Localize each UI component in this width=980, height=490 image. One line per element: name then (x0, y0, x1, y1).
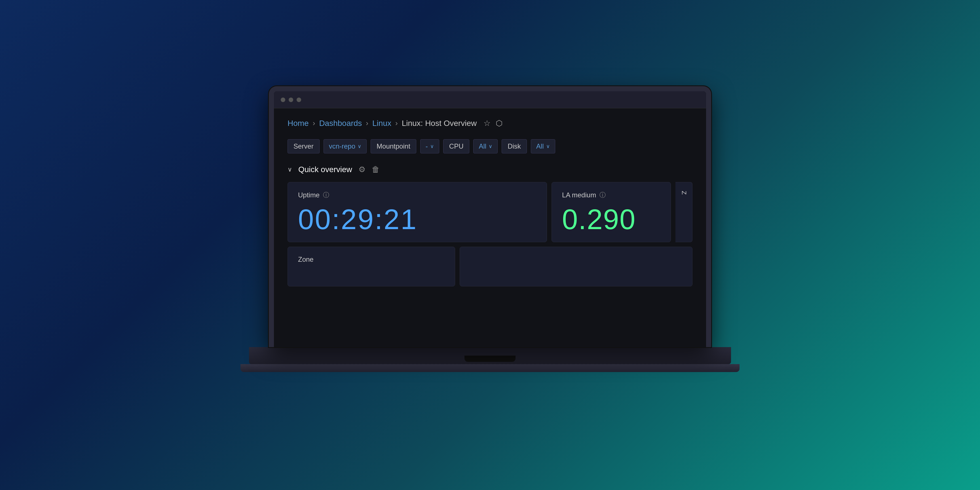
breadcrumb-icons: ☆ ⬡ (484, 119, 503, 128)
stats-grid: Uptime ⓘ 00:29:21 LA medium ⓘ 0.290 (288, 182, 692, 242)
cpu-label: CPU (443, 139, 469, 153)
breadcrumb-home[interactable]: Home (288, 119, 309, 128)
breadcrumb-sep-2: › (366, 119, 368, 127)
la-value: 0.290 (562, 205, 660, 233)
section-header: ∨ Quick overview ⚙ 🗑 (288, 165, 692, 174)
disk-dropdown-value: All (536, 142, 544, 150)
server-chevron-icon: ∨ (358, 143, 361, 150)
section-title: Quick overview (298, 165, 352, 174)
share-icon[interactable]: ⬡ (496, 119, 503, 128)
uptime-label: Uptime ⓘ (298, 191, 536, 199)
cpu-dropdown-value: All (479, 142, 486, 150)
cpu-chevron-icon: ∨ (488, 143, 492, 150)
second-row: Zone (288, 247, 692, 286)
laptop-base (249, 347, 731, 364)
mountpoint-label: Mountpoint (371, 139, 416, 153)
server-label: Server (288, 139, 320, 153)
cpu-dropdown[interactable]: All ∨ (473, 139, 498, 153)
settings-icon[interactable]: ⚙ (358, 165, 366, 174)
la-medium-card: LA medium ⓘ 0.290 (552, 182, 671, 242)
zone-card: Zone (288, 247, 455, 286)
empty-card-2 (460, 247, 692, 286)
server-dropdown[interactable]: vcn-repo ∨ (323, 139, 367, 153)
uptime-info-icon[interactable]: ⓘ (323, 191, 329, 199)
star-icon[interactable]: ☆ (484, 119, 490, 128)
uptime-value: 00:29:21 (298, 205, 536, 233)
browser-chrome (274, 91, 706, 108)
uptime-card: Uptime ⓘ 00:29:21 (288, 182, 547, 242)
disk-chevron-icon: ∨ (546, 143, 550, 150)
browser-dot-1 (281, 97, 285, 102)
mountpoint-chevron-icon: ∨ (430, 143, 434, 150)
breadcrumb-linux[interactable]: Linux (372, 119, 391, 128)
zone-label: Zone (298, 256, 445, 263)
filter-bar: Server vcn-repo ∨ Mountpoint - ∨ CPU All… (288, 139, 692, 153)
la-label-text: LA medium (562, 191, 596, 199)
app-area: Home › Dashboards › Linux › Linux: Host … (274, 108, 706, 347)
la-label: LA medium ⓘ (562, 191, 660, 199)
partial-indicator-label: Z (680, 191, 688, 194)
disk-label: Disk (502, 139, 527, 153)
breadcrumb-sep-3: › (395, 119, 398, 127)
laptop-notch (465, 356, 515, 362)
breadcrumb-current: Linux: Host Overview (402, 119, 477, 128)
server-dropdown-value: vcn-repo (329, 142, 355, 150)
browser-dot-3 (297, 97, 301, 102)
mountpoint-dropdown-value: - (426, 142, 428, 150)
laptop-screen: Home › Dashboards › Linux › Linux: Host … (269, 86, 711, 347)
collapse-icon[interactable]: ∨ (288, 166, 292, 173)
breadcrumb: Home › Dashboards › Linux › Linux: Host … (288, 119, 692, 128)
breadcrumb-dashboards[interactable]: Dashboards (319, 119, 362, 128)
browser-dot-2 (289, 97, 293, 102)
zone-label-text: Zone (298, 256, 313, 263)
disk-dropdown[interactable]: All ∨ (531, 139, 555, 153)
partial-right-card: Z (675, 182, 692, 242)
breadcrumb-sep-1: › (313, 119, 315, 127)
uptime-label-text: Uptime (298, 191, 320, 199)
la-info-icon[interactable]: ⓘ (600, 191, 606, 199)
trash-icon[interactable]: 🗑 (372, 165, 380, 174)
laptop-bottom (240, 364, 740, 372)
mountpoint-dropdown[interactable]: - ∨ (420, 139, 439, 153)
